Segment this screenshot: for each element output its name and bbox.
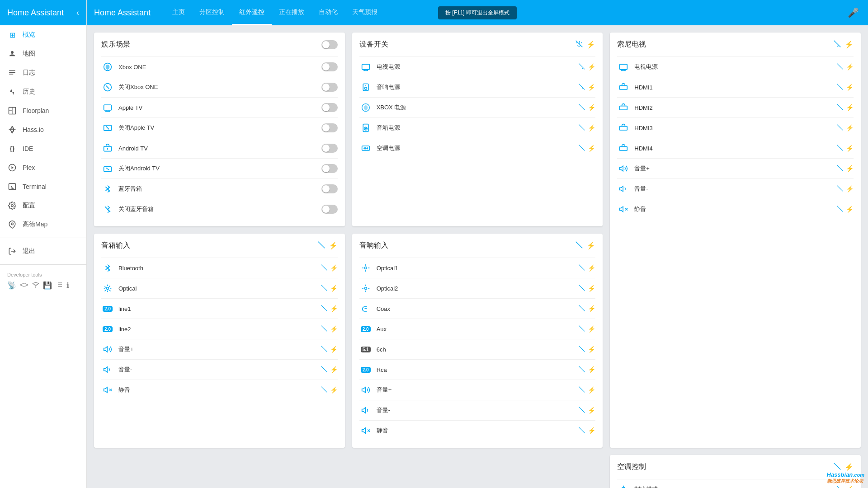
device-switch-notif-icon[interactable] <box>576 40 583 49</box>
ac-power-notif[interactable] <box>579 145 585 152</box>
speaker-power-notif[interactable] <box>579 124 585 132</box>
sony-vol-up-bolt[interactable]: ⚡ <box>846 165 854 172</box>
audio-input-power-icon[interactable]: ⚡ <box>586 241 595 250</box>
appletv-off-toggle[interactable] <box>321 123 338 132</box>
hdmi1-notif[interactable] <box>837 84 843 91</box>
line2-bolt[interactable]: ⚡ <box>330 325 338 333</box>
sidebar-item-terminal[interactable]: Terminal <box>0 177 86 196</box>
sony-tv-power-bolt[interactable]: ⚡ <box>846 63 854 70</box>
hdmi3-notif[interactable] <box>837 124 843 132</box>
tab-auto[interactable]: 自动化 <box>311 0 345 25</box>
tab-zone[interactable]: 分区控制 <box>192 0 232 25</box>
xbox-off-toggle[interactable] <box>321 83 338 92</box>
sidebar-item-history[interactable]: 历史 <box>0 82 86 101</box>
ai-vol-down-bolt[interactable]: ⚡ <box>588 407 595 414</box>
dev-icon-db[interactable]: 💾 <box>43 281 52 290</box>
sony-vol-down-notif[interactable] <box>837 185 843 193</box>
sidebar-item-map[interactable]: 地图 <box>0 44 86 63</box>
sp-vol-up-notif[interactable] <box>321 346 327 353</box>
sony-mute-bolt[interactable]: ⚡ <box>846 206 854 213</box>
ai-mute-notif[interactable] <box>579 427 585 435</box>
tab-playing[interactable]: 正在播放 <box>272 0 311 25</box>
sp-vol-up-bolt[interactable]: ⚡ <box>330 346 338 353</box>
xbox-toggle[interactable] <box>321 62 338 71</box>
6ch-notif[interactable] <box>579 346 585 353</box>
sp-mute-bolt[interactable]: ⚡ <box>330 386 338 394</box>
sidebar-item-log[interactable]: 日志 <box>0 63 86 82</box>
line1-bolt[interactable]: ⚡ <box>330 305 338 312</box>
androidtv-toggle[interactable] <box>321 144 338 153</box>
sidebar-item-config[interactable]: 配置 <box>0 196 86 215</box>
6ch-bolt[interactable]: ⚡ <box>588 346 595 353</box>
tab-ir[interactable]: 红外遥控 <box>232 0 272 25</box>
sidebar-item-plex[interactable]: Plex <box>0 158 86 177</box>
optical-notif[interactable] <box>321 285 327 292</box>
sony-mute-notif[interactable] <box>837 206 843 213</box>
hdmi4-bolt[interactable]: ⚡ <box>846 145 854 152</box>
dev-icon-wifi[interactable] <box>32 281 39 290</box>
ai-vol-up-notif[interactable] <box>579 386 585 394</box>
sidebar-item-logout[interactable]: 退出 <box>0 242 86 261</box>
sp-mute-notif[interactable] <box>321 386 327 394</box>
sidebar-item-ide[interactable]: {} IDE <box>0 139 86 158</box>
coax-bolt[interactable]: ⚡ <box>588 305 595 312</box>
bluetooth-notif[interactable] <box>321 264 327 272</box>
ac-power-bolt[interactable]: ⚡ <box>588 145 595 152</box>
sp-vol-down-bolt[interactable]: ⚡ <box>330 366 338 373</box>
hdmi4-notif[interactable] <box>837 145 843 152</box>
sidebar-item-overview[interactable]: ⊞ 概览 <box>0 25 86 44</box>
sony-vol-up-notif[interactable] <box>837 165 843 173</box>
collapse-icon[interactable]: ‹ <box>76 8 79 18</box>
dev-icon-broadcast[interactable]: 📡 <box>7 281 16 290</box>
hdmi3-bolt[interactable]: ⚡ <box>846 124 854 131</box>
tab-weather[interactable]: 天气预报 <box>345 0 385 25</box>
sony-tv-notif-icon[interactable] <box>834 40 841 49</box>
optical2-bolt[interactable]: ⚡ <box>588 285 595 292</box>
speaker-input-notif-icon[interactable] <box>318 241 325 250</box>
sidebar-item-floorplan[interactable]: Floorplan <box>0 101 86 120</box>
ac-control-power-icon[interactable]: ⚡ <box>844 463 854 471</box>
dev-icon-info[interactable]: ℹ <box>66 281 69 290</box>
bluetooth-bolt[interactable]: ⚡ <box>330 264 338 272</box>
mic-icon[interactable]: 🎤 <box>848 7 859 18</box>
speaker-input-power-icon[interactable]: ⚡ <box>329 241 338 250</box>
optical1-bolt[interactable]: ⚡ <box>588 264 595 272</box>
sony-tv-power-icon[interactable]: ⚡ <box>844 40 854 49</box>
aux-bolt[interactable]: ⚡ <box>588 325 595 333</box>
dev-icon-list[interactable] <box>56 281 63 290</box>
androidtv-off-toggle[interactable] <box>321 164 338 173</box>
aux-notif[interactable] <box>579 325 585 333</box>
audio-power-notif[interactable] <box>579 84 585 91</box>
audio-power-bolt[interactable]: ⚡ <box>588 84 595 91</box>
dev-icon-code[interactable]: <> <box>20 281 28 290</box>
coax-notif[interactable] <box>579 305 585 313</box>
tab-home[interactable]: 主页 <box>165 0 192 25</box>
sp-vol-down-notif[interactable] <box>321 366 327 374</box>
device-switch-power-icon[interactable]: ⚡ <box>586 40 595 49</box>
sidebar-item-gaode[interactable]: 高德Map <box>0 215 86 234</box>
optical1-notif[interactable] <box>579 264 585 272</box>
audio-input-notif-icon[interactable] <box>576 241 583 250</box>
rca-bolt[interactable]: ⚡ <box>588 366 595 373</box>
ai-vol-down-notif[interactable] <box>579 407 585 414</box>
hdmi1-bolt[interactable]: ⚡ <box>846 84 854 91</box>
xbox-power-notif[interactable] <box>579 104 585 112</box>
bt-speaker-toggle[interactable] <box>321 184 338 193</box>
xbox-power-bolt[interactable]: ⚡ <box>588 104 595 111</box>
optical2-notif[interactable] <box>579 285 585 292</box>
line2-notif[interactable] <box>321 325 327 333</box>
appletv-toggle[interactable] <box>321 103 338 112</box>
ac-control-notif-icon[interactable] <box>834 463 841 472</box>
sony-tv-power-notif[interactable] <box>837 63 843 71</box>
optical-bolt[interactable]: ⚡ <box>330 285 338 292</box>
tv-power-notif[interactable] <box>579 63 585 71</box>
hdmi2-notif[interactable] <box>837 104 843 112</box>
rca-notif[interactable] <box>579 366 585 374</box>
tv-power-bolt[interactable]: ⚡ <box>588 63 595 70</box>
sidebar-item-hass[interactable]: Hass.io <box>0 120 86 139</box>
speaker-power-bolt[interactable]: ⚡ <box>588 124 595 131</box>
sony-vol-down-bolt[interactable]: ⚡ <box>846 185 854 192</box>
ai-mute-bolt[interactable]: ⚡ <box>588 427 595 434</box>
cool-mode-bolt[interactable]: ⚡ <box>846 486 854 488</box>
cool-mode-notif[interactable] <box>837 486 843 488</box>
